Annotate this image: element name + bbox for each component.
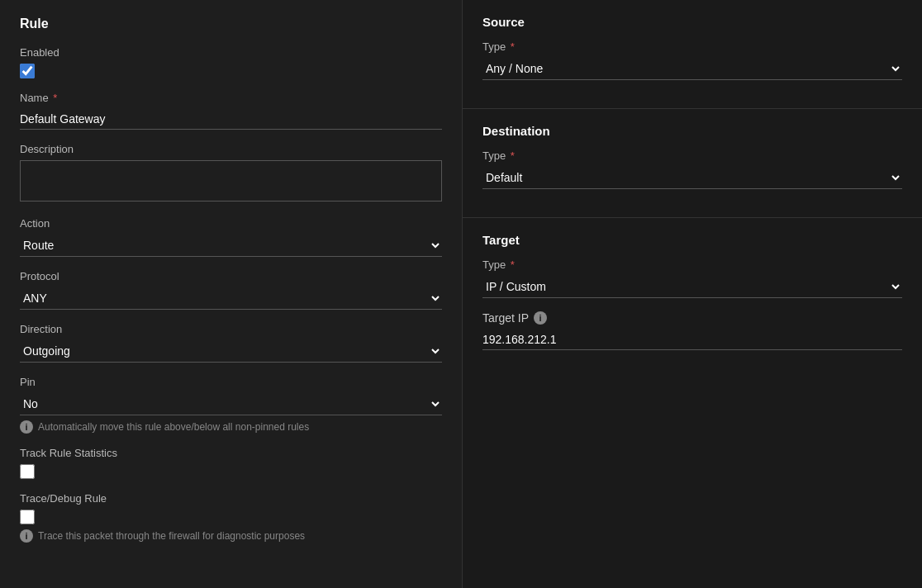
name-group: Name * <box>20 92 442 130</box>
trace-debug-checkbox[interactable] <box>20 510 35 524</box>
right-panel: Source Type * Any / None Single host or … <box>463 0 922 588</box>
description-label: Description <box>20 143 442 155</box>
target-title: Target <box>482 233 902 247</box>
source-type-group: Type * Any / None Single host or Network… <box>482 40 902 80</box>
pin-select[interactable]: No Yes <box>20 393 442 415</box>
target-ip-label-row: Target IP i <box>482 311 902 325</box>
source-section: Source Type * Any / None Single host or … <box>463 0 922 109</box>
destination-title: Destination <box>482 124 902 138</box>
trace-debug-checkbox-wrap <box>20 510 442 524</box>
destination-type-label: Type * <box>482 149 902 162</box>
track-stats-group: Track Rule Statistics <box>20 447 442 479</box>
source-title: Source <box>482 15 902 29</box>
action-group: Action Route Block Allow <box>20 217 442 257</box>
target-ip-label-text: Target IP <box>482 311 529 325</box>
direction-label: Direction <box>20 323 442 335</box>
action-select[interactable]: Route Block Allow <box>20 235 442 257</box>
description-group: Description <box>20 143 442 204</box>
main-layout: Rule Enabled Name * Description Action R… <box>0 0 922 588</box>
target-section: Target Type * IP / Custom Gateway Interf… <box>463 218 922 378</box>
source-type-select[interactable]: Any / None Single host or Network Any <box>482 58 902 80</box>
pin-hint: Automatically move this rule above/below… <box>38 421 309 433</box>
protocol-group: Protocol ANY TCP UDP ICMP <box>20 270 442 310</box>
enabled-group: Enabled <box>20 46 442 78</box>
target-type-group: Type * IP / Custom Gateway Interface <box>482 258 902 298</box>
name-input[interactable] <box>20 109 442 130</box>
pin-info-icon: i <box>20 420 33 434</box>
enabled-checkbox-wrap <box>20 64 442 78</box>
destination-section: Destination Type * Default Single host o… <box>463 109 922 218</box>
left-panel: Rule Enabled Name * Description Action R… <box>0 0 463 588</box>
trace-debug-group: Trace/Debug Rule i Trace this packet thr… <box>20 492 442 543</box>
pin-group: Pin No Yes i Automatically move this rul… <box>20 376 442 434</box>
trace-debug-label: Trace/Debug Rule <box>20 492 442 505</box>
target-ip-group: Target IP i 192.168.212.1 <box>482 311 902 350</box>
direction-select[interactable]: Outgoing Incoming Any <box>20 340 442 363</box>
target-type-label: Type * <box>482 258 902 271</box>
enabled-label: Enabled <box>20 46 442 59</box>
description-textarea[interactable] <box>20 160 442 202</box>
name-required: * <box>50 92 58 104</box>
source-type-label: Type * <box>482 40 902 53</box>
target-ip-info-icon: i <box>534 311 547 325</box>
pin-label: Pin <box>20 376 442 388</box>
trace-debug-info: i Trace this packet through the firewall… <box>20 529 442 543</box>
name-label: Name * <box>20 92 442 104</box>
track-stats-label: Track Rule Statistics <box>20 447 442 459</box>
target-ip-value: 192.168.212.1 <box>482 330 902 350</box>
target-type-select[interactable]: IP / Custom Gateway Interface <box>482 276 902 298</box>
enabled-checkbox[interactable] <box>20 64 35 78</box>
track-stats-checkbox[interactable] <box>20 464 35 479</box>
destination-type-group: Type * Default Single host or Network An… <box>482 149 902 189</box>
destination-type-select[interactable]: Default Single host or Network Any <box>482 167 902 189</box>
trace-debug-hint: Trace this packet through the firewall f… <box>38 530 305 542</box>
protocol-label: Protocol <box>20 270 442 282</box>
protocol-select[interactable]: ANY TCP UDP ICMP <box>20 287 442 310</box>
track-stats-checkbox-wrap <box>20 464 442 479</box>
trace-debug-info-icon: i <box>20 529 33 543</box>
direction-group: Direction Outgoing Incoming Any <box>20 323 442 363</box>
action-label: Action <box>20 217 442 230</box>
pin-info: i Automatically move this rule above/bel… <box>20 420 442 434</box>
left-panel-title: Rule <box>20 17 442 31</box>
